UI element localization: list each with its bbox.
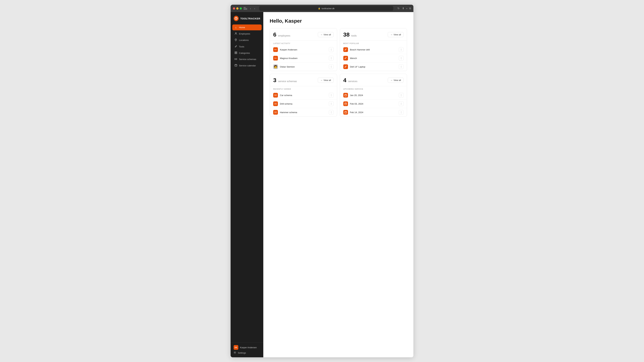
item-left: Drill schema	[273, 101, 292, 106]
item-left: Bosch Hammer drill	[343, 47, 370, 52]
item-name: Dell 14" Laptop	[350, 65, 366, 68]
close-button[interactable]	[233, 7, 235, 9]
employees-count: 6	[273, 31, 276, 38]
nav-locations-label: Locations	[239, 39, 249, 41]
item-menu-button[interactable]: ⋮	[399, 56, 404, 60]
maximize-button[interactable]	[240, 7, 242, 9]
forward-button[interactable]: ›	[254, 7, 256, 10]
list-item: KA Kasper Andersen ⋮	[270, 45, 337, 54]
sidebar-item-employees[interactable]: Employees	[232, 31, 262, 37]
item-menu-button[interactable]: ⋮	[329, 56, 334, 60]
user-icon	[234, 32, 237, 35]
tools-list: Bosch Hammer drill ⋮	[340, 45, 407, 71]
svg-rect-4	[236, 52, 237, 53]
share-button[interactable]: ⬆	[402, 7, 404, 10]
new-tab-button[interactable]: +	[406, 7, 408, 10]
traffic-lights	[233, 7, 242, 9]
employees-label: employees	[278, 34, 290, 37]
sidebar-item-home[interactable]: ⌂ Home	[232, 24, 262, 30]
employees-list: KA Kasper Andersen ⋮ KA Magnus Knudsen ⋮	[270, 45, 337, 71]
service-schemas-card: 3 service schemas → View all RECENTLY AD…	[270, 74, 337, 117]
reload-button[interactable]: ↻	[397, 6, 400, 10]
settings-label: Settings	[238, 352, 246, 354]
item-menu-button[interactable]: ⋮	[399, 64, 404, 69]
tool-avatar	[343, 64, 348, 69]
nav-home-label: Home	[239, 26, 245, 29]
services-view-all-button[interactable]: → View all	[388, 78, 404, 83]
svg-rect-7	[235, 64, 237, 66]
sidebar-item-tools[interactable]: Tools	[232, 43, 262, 50]
sidebar-item-locations[interactable]: Locations	[232, 37, 262, 43]
item-menu-button[interactable]: ⋮	[329, 110, 334, 115]
browser-toolbar: ‹ › 🔒 tooltracker.dk ↻ ⬆ + ⧉	[230, 5, 414, 12]
sidebar: TOOLTRACKER ⌂ Home Employees	[230, 12, 263, 357]
item-name: Kasper Andersen	[280, 48, 297, 51]
item-menu-button[interactable]: ⋮	[329, 101, 334, 106]
service-schemas-card-header: 3 service schemas → View all	[270, 74, 337, 86]
nav-service-calendar-label: Service calendar	[239, 64, 256, 67]
employees-view-all-label: View all	[324, 33, 331, 36]
item-left: Hammer schema	[273, 110, 297, 115]
services-list: Jan 20, 2024 ⋮	[340, 91, 407, 116]
item-menu-button[interactable]: ⋮	[399, 101, 404, 106]
svg-rect-6	[236, 53, 237, 54]
item-menu-button[interactable]: ⋮	[399, 110, 404, 115]
item-menu-button[interactable]: ⋮	[399, 47, 404, 52]
back-button[interactable]: ‹	[249, 7, 252, 10]
sidebar-footer: KA Kasper Andersen Settings	[230, 343, 263, 357]
sidebar-toggle-icon[interactable]	[244, 7, 247, 10]
item-name: Feb 03, 2024	[350, 103, 364, 105]
dashboard-grid: 6 employees → View all LATEST ACTIVITY K…	[270, 28, 407, 117]
tools-view-all-button[interactable]: → View all	[388, 32, 404, 37]
schema-avatar	[273, 93, 278, 97]
sidebar-nav: ⌂ Home Employees	[230, 24, 263, 343]
schemas-label: service schemas	[278, 80, 297, 83]
calendar-avatar	[343, 110, 348, 115]
svg-rect-10	[345, 103, 347, 105]
list-item: Bosch Hammer drill ⋮	[340, 45, 407, 54]
svg-rect-9	[345, 94, 347, 96]
services-section-label: UPCOMING SERVICE	[340, 86, 407, 91]
svg-point-1	[235, 32, 236, 33]
schemas-count-group: 3 service schemas	[273, 77, 297, 83]
list-item: Hammer schema ⋮	[270, 108, 337, 116]
page-title: Hello, Kasper	[270, 18, 407, 24]
employees-card-header: 6 employees → View all	[270, 28, 337, 41]
svg-point-8	[234, 352, 235, 353]
home-icon: ⌂	[234, 26, 237, 29]
lock-icon: 🔒	[318, 7, 320, 9]
item-left: Feb 03, 2024	[343, 101, 364, 106]
employees-view-all-button[interactable]: → View all	[318, 32, 334, 37]
user-avatar: KA	[234, 345, 238, 350]
tools-card-header: 38 tools → View all	[340, 28, 407, 41]
services-count: 4	[343, 77, 346, 83]
item-menu-button[interactable]: ⋮	[329, 47, 334, 52]
arrow-icon: →	[320, 79, 322, 81]
sidebar-item-service-calendar[interactable]: Service calendar	[232, 62, 262, 68]
item-left: Wench	[343, 56, 357, 60]
services-label: services	[348, 80, 358, 83]
tools-count-group: 38 tools	[343, 31, 357, 38]
schemas-view-all-button[interactable]: → View all	[318, 78, 334, 83]
calendar-avatar	[343, 93, 348, 97]
settings-row[interactable]: Settings	[234, 350, 260, 354]
item-menu-button[interactable]: ⋮	[399, 93, 404, 97]
sidebar-item-service-schemas[interactable]: Service schemas	[232, 56, 262, 62]
item-menu-button[interactable]: ⋮	[329, 93, 334, 97]
nav-service-schemas-label: Service schemas	[239, 58, 256, 60]
services-view-all-label: View all	[394, 79, 401, 81]
item-left: KA Magnus Knudsen	[273, 56, 298, 60]
list-item: Wench ⋮	[340, 54, 407, 62]
address-bar[interactable]: 🔒 tooltracker.dk	[259, 6, 393, 11]
item-menu-button[interactable]: ⋮	[329, 64, 334, 69]
browser-actions: ⬆ + ⧉	[402, 7, 411, 10]
logo-text: TOOLTRACKER	[240, 17, 260, 20]
sidebar-item-categories[interactable]: Categories	[232, 50, 262, 56]
svg-rect-11	[345, 111, 347, 113]
item-name: Feb 14, 2024	[350, 111, 364, 114]
services-count-group: 4 services	[343, 77, 358, 83]
tabs-button[interactable]: ⧉	[409, 7, 411, 10]
minimize-button[interactable]	[236, 7, 238, 9]
tools-card: 38 tools → View all MOST POPULAR	[340, 28, 407, 71]
list-item: Dell 14" Laptop ⋮	[340, 62, 407, 71]
